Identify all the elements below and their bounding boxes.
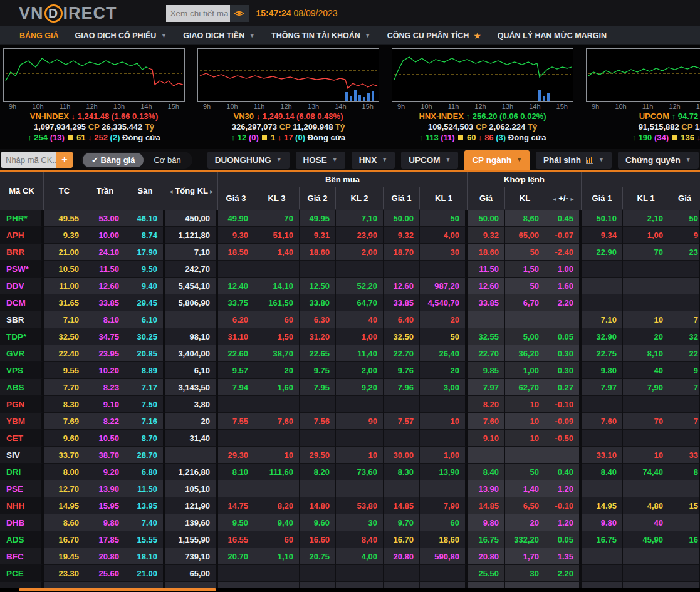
logo-irect: IRECT [63, 4, 117, 23]
nav-quan-ly-han-muc-margin[interactable]: QUẢN LÝ HẠN MỨC MARGIN [489, 31, 615, 40]
value-cell [582, 430, 623, 447]
value-cell: 23,90 [336, 227, 384, 244]
nav-thong-tin-tai-khoan[interactable]: THÔNG TIN TÀI KHOẢN ▼ [263, 31, 379, 40]
ticker-cell[interactable]: DDV [0, 278, 44, 294]
nav-bang-gia[interactable]: BẢNG GIÁ [11, 31, 67, 40]
index-name: UPCOM [639, 112, 669, 121]
value-cell: -0.07 [545, 227, 582, 244]
dropdown-chung-quyen[interactable]: Chứng quyền ▼ [618, 152, 699, 169]
value-cell [582, 278, 623, 294]
time-axis: 9h10h11h12h13h14h15h [586, 102, 700, 111]
watch-button[interactable] [230, 5, 249, 22]
value-cell [582, 294, 623, 311]
horizontal-scrollbar[interactable] [19, 588, 216, 591]
dropdown-watchlist[interactable]: DUONGHUNG ▼ [207, 152, 290, 169]
value-cell: 10 [336, 447, 384, 464]
ticker-cell[interactable]: PGN [0, 396, 44, 413]
axis-label: 13h [696, 102, 700, 111]
table-row-aph[interactable]: APH9.3910.008.741,121,809.3051,109.3123,… [0, 227, 700, 244]
table-row-cet[interactable]: CET9.6010.508.7031,409.1010-0.50 [0, 430, 700, 447]
table-row-ybm[interactable]: YBM7.698.227.16207.557,607.56907.57107.6… [0, 413, 700, 430]
table-row-abs[interactable]: ABS7.708.237.173,143,507.941,607.959,207… [0, 379, 700, 396]
ticker-cell[interactable]: GVR [0, 345, 44, 362]
table-row-dri[interactable]: DRI8.009.206.801,216,808.10111,608.2073,… [0, 464, 700, 480]
ticker-cell[interactable]: PCE [0, 565, 44, 582]
value-cell: -2.40 [545, 244, 582, 261]
value-cell: 20.80 [384, 548, 420, 565]
ticker-cell[interactable]: DCM [0, 294, 44, 311]
ticker-cell[interactable]: PHR* [0, 210, 44, 227]
dropdown-hose[interactable]: HOSE ▼ [296, 152, 345, 169]
scroll-left-icon[interactable]: ◂ [553, 195, 556, 202]
board-mode-bang-gia[interactable]: ✔ Bảng giá [83, 153, 144, 167]
ticker-cell[interactable]: ABS [0, 379, 44, 396]
unchanged-square-icon [458, 135, 463, 140]
ticker-cell[interactable]: DRI [0, 464, 44, 480]
index-value: 1,241.48 (1.66 0.13%) [78, 112, 159, 121]
value-cell: 11.50 [85, 261, 125, 278]
ticker-cell[interactable]: DHB [0, 514, 44, 531]
table-row-pce[interactable]: PCE23.3025.6021.0065,0025.50302.20 [0, 565, 700, 582]
ticker-cell[interactable]: SBR [0, 311, 44, 328]
add-symbol-input[interactable] [1, 152, 56, 168]
value-cell: 25.50 [468, 565, 505, 582]
ticker-cell[interactable]: PSE [0, 480, 44, 497]
chevron-down-icon: ▼ [686, 157, 691, 163]
table-row-phr[interactable]: PHR*49.5553.0046.10450,0049.907049.957,1… [0, 210, 700, 227]
value-cell: 7,90 [420, 497, 468, 514]
table-row-nhh[interactable]: NHH14.9515.9513.95121,9014.758,2014.8053… [0, 497, 700, 514]
board-mode-co-ban[interactable]: Cơ bản [144, 153, 191, 167]
table-row-gvr[interactable]: GVR22.4023.9520.853,404,0022.6038,7022.6… [0, 345, 700, 362]
ticker-cell[interactable]: ADS [0, 531, 44, 548]
table-row-vps[interactable]: VPS9.5510.208.896,109.57209.752,009.7620… [0, 362, 700, 379]
dropdown-hnx[interactable]: HNX ▼ [352, 152, 395, 169]
scroll-right-icon[interactable]: ▸ [570, 195, 573, 202]
table-row-siv[interactable]: SIV33.7038.7028.7029.301029.501030.001,0… [0, 447, 700, 464]
dropdown-upcom[interactable]: UPCOM ▼ [401, 152, 458, 169]
value-cell: 7.50 [125, 396, 165, 413]
ticker-cell[interactable]: TDP* [0, 328, 44, 345]
table-row-dhb[interactable]: DHB8.609.807.40139,609.509,409.60309.706… [0, 514, 700, 531]
nav-giao-dich-co-phieu[interactable]: GIAO DỊCH CỔ PHIẾU ▼ [67, 31, 175, 40]
ticker-cell[interactable]: PSW* [0, 261, 44, 278]
value-cell: 9.30 [218, 227, 254, 244]
value-cell [669, 480, 700, 497]
nav-giao-dich-tien[interactable]: GIAO DỊCH TIỀN ▼ [175, 31, 263, 40]
value-cell [669, 430, 700, 447]
ticker-cell[interactable]: BFC [0, 548, 44, 565]
scroll-right-icon[interactable]: ▸ [210, 188, 213, 195]
value-cell: 7,90 [623, 379, 669, 396]
value-cell [300, 430, 336, 447]
value-cell: 8.10 [218, 464, 254, 480]
ticker-cell[interactable]: APH [0, 227, 44, 244]
vndirect-logo: VNDIRECT [19, 4, 117, 23]
value-cell: 15 [669, 497, 700, 514]
value-cell: 739,10 [165, 548, 218, 565]
table-row-bfc[interactable]: BFC19.4520.8018.10739,1020.701,1020.754,… [0, 548, 700, 565]
table-row-dcm[interactable]: DCM31.6533.8529.455,806,9033.75161,5033.… [0, 294, 700, 311]
symbol-detail-search-input[interactable] [166, 5, 230, 22]
table-row-tdp[interactable]: TDP*32.5034.7530.2598,1031.101,5031.201,… [0, 328, 700, 345]
value-cell: 1,121,80 [165, 227, 218, 244]
add-symbol-button[interactable]: + [56, 152, 73, 168]
table-row-ads[interactable]: ADS16.7017.8515.551,155,9016.556016.608,… [0, 531, 700, 548]
scroll-left-icon[interactable]: ◂ [170, 188, 173, 195]
dropdown-cp-nganh[interactable]: CP ngành ▼ [464, 150, 530, 170]
table-row-pse[interactable]: PSE12.7013.9011.50105,1013.901,401.20 [0, 480, 700, 497]
ticker-cell[interactable]: BRR [0, 244, 44, 261]
table-row-psw[interactable]: PSW*10.5011.509.50242,7011.501,501.00 [0, 261, 700, 278]
dropdown-phai-sinh[interactable]: Phái sinh ▼ [536, 152, 612, 169]
ticker-cell[interactable]: VPS [0, 362, 44, 379]
nav-cong-cu-phan-tich[interactable]: CÔNG CỤ PHÂN TÍCH ★ [379, 31, 489, 41]
horizontal-scrollbar-track[interactable] [0, 588, 700, 592]
table-row-ddv[interactable]: DDV11.0012.609.405,454,1012.4014,1012.50… [0, 278, 700, 294]
table-row-brr[interactable]: BRR21.0024.1017.907,1018.501,4018.602,00… [0, 244, 700, 261]
table-row-pgn[interactable]: PGN8.309.107.503,808.2010-0.10 [0, 396, 700, 413]
table-row-sbr[interactable]: SBR7.108.106.106.20606.30406.40207.10107 [0, 311, 700, 328]
value-cell: 7.10 [44, 311, 85, 328]
ticker-cell[interactable]: SIV [0, 447, 44, 464]
ticker-cell[interactable]: NHH [0, 497, 44, 514]
star-icon: ★ [473, 31, 481, 41]
ticker-cell[interactable]: YBM [0, 413, 44, 430]
ticker-cell[interactable]: CET [0, 430, 44, 447]
